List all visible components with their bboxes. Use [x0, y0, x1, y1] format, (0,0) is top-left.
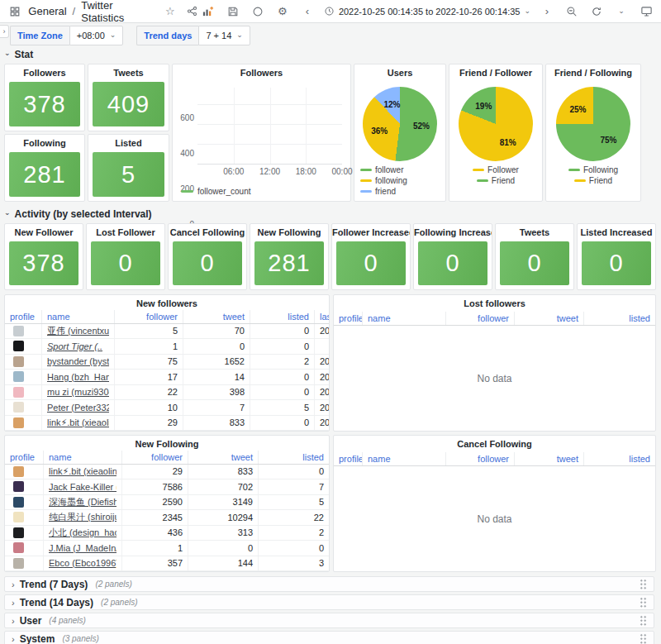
time-range-picker[interactable]: 2022-10-25 00:14:35 to 2022-10-26 00:14:…	[324, 6, 530, 17]
column-header[interactable]: last	[315, 310, 329, 323]
dashboard-row-header[interactable]: › User (4 panels)	[4, 613, 654, 628]
pie-chart[interactable]: 75%25%	[556, 87, 630, 161]
drag-handle-icon[interactable]	[640, 597, 647, 608]
column-header[interactable]: follower	[122, 451, 188, 464]
column-header[interactable]: follower	[115, 310, 183, 323]
legend-item[interactable]: friend	[360, 187, 396, 196]
user-link[interactable]: Peter (Peter332167..	[47, 403, 109, 413]
row-header-stat[interactable]: ⌄ Stat	[4, 47, 657, 61]
panel-title[interactable]: Following Increased	[414, 224, 492, 241]
panel-title[interactable]: New Follower	[5, 224, 83, 241]
panel-title[interactable]: Friend / Follower	[449, 64, 542, 81]
share-icon[interactable]	[184, 3, 200, 20]
panel-title[interactable]: Follower Increased	[332, 224, 410, 241]
column-header[interactable]: profile	[334, 452, 363, 465]
column-header[interactable]: profile	[5, 451, 44, 464]
analytics-icon[interactable]	[200, 3, 216, 20]
drag-handle-icon[interactable]	[640, 579, 647, 589]
refresh-interval-dropdown[interactable]: ⌄	[613, 3, 630, 20]
panel-title[interactable]: Listed	[88, 135, 169, 151]
panel-title[interactable]: Tweets	[496, 224, 573, 241]
row-header-activity[interactable]: ⌄ Activity (by selected Interval)	[4, 207, 657, 221]
legend-item[interactable]: follower	[360, 165, 403, 174]
timezone-select[interactable]: +08:00⌄	[69, 26, 124, 45]
panel-title[interactable]: Friend / Following	[546, 64, 640, 81]
breadcrumb-folder[interactable]: General	[28, 5, 66, 17]
sidebar-expand-button[interactable]: ›	[0, 25, 9, 38]
column-header[interactable]: profile	[5, 310, 42, 323]
panel-title[interactable]: Tweets	[88, 64, 169, 81]
column-header[interactable]: name	[363, 312, 446, 325]
panel-title[interactable]: Lost Follower	[87, 224, 164, 241]
panel-title[interactable]: Lost followers	[334, 295, 655, 312]
timezone-variable[interactable]: Time Zone +08:00⌄	[10, 26, 123, 45]
lost-followers-table-panel: Lost followers profilenamefollowertweetl…	[333, 294, 656, 432]
drag-handle-icon[interactable]	[640, 633, 647, 644]
column-header[interactable]: profile	[334, 312, 363, 325]
legend-item[interactable]: Friend	[574, 176, 612, 185]
column-header[interactable]: tweet	[183, 310, 250, 323]
pie-chart[interactable]: 81%19%	[459, 87, 533, 161]
chart-legend[interactable]: follower_count	[181, 187, 250, 196]
chart-plot-area[interactable]	[197, 88, 342, 165]
column-header[interactable]: follower	[446, 452, 515, 465]
column-header[interactable]: tweet	[188, 451, 259, 464]
dashboard-grid-icon[interactable]	[7, 3, 22, 20]
user-link[interactable]: Jack Fake-Killer (Phish..	[49, 482, 117, 492]
panel-title[interactable]: Following	[5, 135, 84, 151]
panel-title[interactable]: New Following	[250, 224, 328, 241]
user-link[interactable]: 小北 (design_hacking)	[49, 527, 117, 539]
trend-days-select[interactable]: 7 + 14⌄	[198, 26, 250, 45]
user-link[interactable]: link⚡.bit (xieaolin)	[49, 466, 117, 477]
user-link[interactable]: 纯白果汁 (shiroijusu)	[49, 511, 117, 523]
star-icon[interactable]: ☆	[162, 3, 178, 20]
drag-handle-icon[interactable]	[640, 615, 647, 626]
kiosk-monitor-icon[interactable]	[638, 3, 654, 20]
column-header[interactable]: listed	[584, 452, 655, 465]
user-link[interactable]: mu zi (muzi930409..	[47, 387, 109, 397]
panel-title[interactable]: New Following	[5, 436, 329, 451]
column-header[interactable]: listed	[259, 451, 329, 464]
pie-chart[interactable]: 52%36%12%	[363, 87, 437, 161]
panel-title[interactable]: New followers	[5, 295, 329, 310]
legend-item[interactable]: Friend	[477, 176, 515, 185]
column-header[interactable]: listed	[250, 310, 315, 323]
legend-item[interactable]: following	[360, 176, 407, 185]
refresh-icon[interactable]	[588, 3, 605, 20]
time-shift-back-button[interactable]: ‹	[299, 3, 316, 20]
save-dashboard-icon[interactable]	[225, 3, 241, 20]
trend-days-variable[interactable]: Trend days 7 + 14⌄	[136, 26, 250, 45]
user-link[interactable]: 亚伟 (vincentxu1318)	[47, 325, 109, 337]
column-header[interactable]: listed	[584, 312, 655, 325]
settings-gear-icon[interactable]: ⚙	[274, 3, 291, 20]
user-link[interactable]: Sport Tiger (..	[47, 341, 102, 351]
user-link[interactable]: bystander (bystand..	[47, 356, 109, 366]
zoom-out-icon[interactable]	[564, 3, 580, 20]
panel-title[interactable]: Cancel Following	[334, 436, 655, 452]
user-link[interactable]: Hang (bzh_Hang)	[47, 372, 109, 382]
dashboard-row-header[interactable]: › Trend (7 Days) (2 panels)	[4, 576, 654, 592]
user-link[interactable]: Ebco (Ebco1996)	[49, 558, 117, 568]
panel-title[interactable]: Users	[354, 64, 445, 81]
legend-item[interactable]: Following	[568, 165, 618, 174]
panel-title[interactable]: Cancel Following	[169, 224, 246, 241]
page-title[interactable]: Twitter Statistics	[81, 0, 156, 24]
user-link[interactable]: link⚡.bit (xieaolin)	[47, 417, 109, 428]
panel-title[interactable]: Listed Increased	[578, 224, 655, 241]
column-header[interactable]: name	[42, 310, 115, 323]
column-header[interactable]: tweet	[515, 312, 584, 325]
panel-title[interactable]: Followers	[5, 64, 84, 81]
panel-info-icon[interactable]	[250, 3, 266, 20]
panel-title[interactable]: Followers	[173, 64, 350, 81]
stat-panel: New Follower 378	[4, 223, 83, 290]
dashboard-row-header[interactable]: › System (3 panels)	[4, 631, 654, 644]
column-header[interactable]: name	[363, 452, 446, 465]
dashboard-row-header[interactable]: › Trend (14 Days) (2 panels)	[4, 594, 654, 610]
column-header[interactable]: follower	[446, 312, 515, 325]
user-link[interactable]: J.Mia (J_MadeInApril)	[49, 543, 117, 553]
user-link[interactable]: 深海墨鱼 (Diefish666)	[49, 496, 117, 508]
time-shift-forward-button[interactable]: ›	[539, 3, 555, 20]
column-header[interactable]: name	[44, 451, 122, 464]
legend-item[interactable]: Follower	[473, 165, 519, 174]
column-header[interactable]: tweet	[515, 452, 584, 465]
